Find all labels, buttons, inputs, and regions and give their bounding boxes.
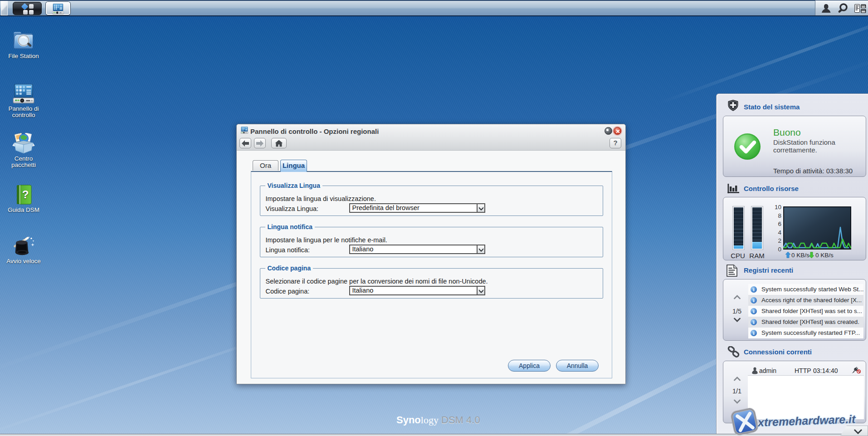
- svg-text:?: ?: [22, 188, 29, 201]
